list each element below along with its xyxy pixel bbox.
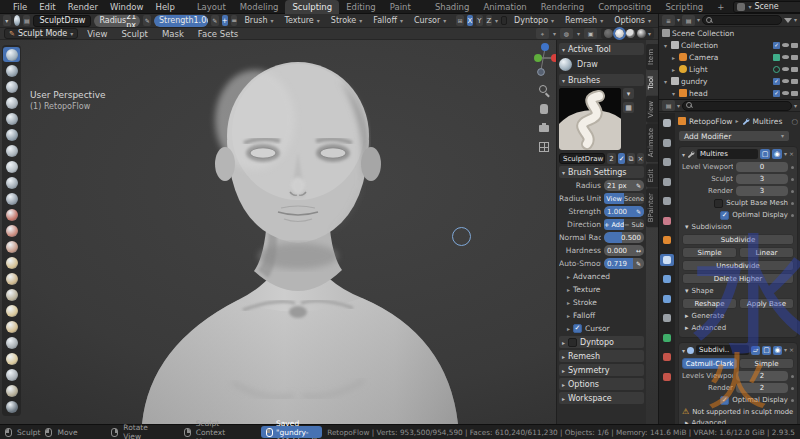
axis-gizmo[interactable] [531, 42, 559, 78]
mirror-y-toggle[interactable]: Y [476, 15, 482, 26]
sculpt-brush-button[interactable] [3, 383, 20, 398]
subdivide-button[interactable]: Subdivide [682, 234, 794, 245]
radius-unit-toggle[interactable]: ViewScene [604, 193, 644, 204]
outliner-row-head[interactable]: ▾ head ✓ [659, 87, 800, 99]
tab-particles-icon[interactable] [660, 273, 674, 285]
collection-checkbox[interactable]: ✓ [773, 42, 780, 49]
zoom-icon[interactable] [538, 84, 550, 96]
brush-preview-icon[interactable] [14, 15, 20, 26]
level-viewport-slider[interactable]: 0 [736, 162, 788, 172]
sculpt-brush-button[interactable] [3, 223, 20, 238]
extras-dropdown-icon[interactable]: ▾ [784, 151, 787, 157]
generate-section[interactable]: ▸Generate [682, 311, 794, 321]
hide-eye-icon[interactable] [782, 43, 789, 47]
brushes-panel-header[interactable]: ▾Brushes [559, 74, 644, 86]
strength-slider[interactable]: 1.000✎ [604, 206, 644, 217]
sculpt-brush-button[interactable] [3, 319, 20, 334]
strength-pressure-icon[interactable]: ✎ [211, 15, 219, 26]
render-camera-icon[interactable] [791, 67, 798, 72]
brush-menu[interactable]: Brush▾ [240, 15, 277, 26]
tab-render-icon[interactable] [660, 137, 674, 149]
unsubdivide-button[interactable]: Unsubdivide [682, 260, 794, 271]
subdivide-linear-button[interactable]: Linear [739, 247, 794, 258]
add-modifier-button[interactable]: Add Modifier▾ [678, 130, 790, 142]
editor-type-icon[interactable]: ▤ [662, 100, 675, 111]
edit-mode-toggle-icon[interactable]: ▱ [751, 346, 760, 355]
add-workspace-button[interactable]: + [710, 0, 731, 14]
face-sets-menu[interactable]: Face Sets [193, 28, 243, 40]
sculpt-brush-button[interactable] [3, 335, 20, 350]
expand-icon[interactable]: ▾ [682, 347, 685, 354]
stroke-menu[interactable]: Stroke▾ [327, 15, 367, 26]
dyntopo-menu[interactable]: Dyntopo▾ [510, 15, 558, 26]
dyntopo-checkbox[interactable] [501, 16, 507, 25]
properties-search-input[interactable] [682, 101, 792, 111]
workspace-panel-header[interactable]: ▸Workspace [559, 392, 644, 404]
brush-user-count[interactable]: 2 [607, 153, 616, 164]
realtime-display-toggle-icon[interactable]: ▢ [760, 149, 770, 159]
mirror-z-toggle[interactable]: Z [486, 15, 492, 26]
workspace-tab-modeling[interactable]: Modeling [233, 0, 286, 14]
dyntopo-panel-header[interactable]: ▸Dyntopo [559, 336, 644, 348]
menu-render[interactable]: Render [63, 1, 103, 13]
sculpt-brush-button[interactable] [3, 351, 20, 366]
simple-button[interactable]: Simple [739, 358, 794, 369]
menu-help[interactable]: Help [150, 1, 179, 13]
sculpt-brush-button[interactable] [3, 207, 20, 222]
render-camera-icon[interactable] [791, 91, 798, 96]
saved-notification[interactable]: Saved "gundry-001.blend" [261, 426, 322, 438]
xray-toggle-icon[interactable]: ▣ [584, 28, 597, 39]
chevron-down-icon[interactable]: ▾ [623, 88, 634, 99]
menu-file[interactable]: File [8, 1, 32, 13]
sidebar-tab-bpainter[interactable]: BPainter [646, 188, 658, 227]
collection-checkbox[interactable]: ✓ [773, 78, 780, 85]
tab-constraints-icon[interactable] [660, 312, 674, 324]
workspace-tab-shading[interactable]: Shading [428, 0, 477, 14]
render-camera-icon[interactable] [791, 79, 798, 84]
brush-name-field[interactable]: SculptDraw [33, 15, 91, 27]
camera-view-icon[interactable] [538, 122, 550, 134]
chevron-down-icon[interactable]: ▾ [794, 103, 797, 109]
tool-dropdown-icon[interactable]: ▾ [3, 15, 11, 26]
sidebar-tab-tool[interactable]: Tool [646, 71, 658, 95]
breadcrumb-modifier[interactable]: Multires [753, 117, 783, 126]
brush-preview-image[interactable] [559, 88, 621, 150]
solid-shading-icon[interactable] [615, 29, 624, 38]
sculpt-brush-button[interactable] [3, 79, 20, 94]
mode-selector[interactable]: ✎ Sculpt Mode ▾ [4, 28, 78, 39]
sidebar-tab-item[interactable]: Item [646, 44, 658, 70]
pin-icon[interactable]: ○ [791, 117, 798, 126]
chevron-down-icon[interactable]: ▾ [794, 17, 797, 23]
tab-physics-icon[interactable] [660, 293, 674, 305]
brush-name-field[interactable]: SculptDraw [559, 153, 605, 164]
render-level-slider[interactable]: 3 [736, 186, 788, 196]
filter-funnel-icon[interactable] [784, 18, 792, 23]
outliner-row-camera[interactable]: ▸ Camera [659, 51, 800, 63]
sculpt-brush-button[interactable] [3, 159, 20, 174]
workspace-tab-sculpting[interactable]: Sculpting [285, 0, 339, 14]
sculpt-brush-button[interactable] [3, 271, 20, 286]
new-brush-icon[interactable]: ▤ [23, 15, 31, 26]
sculpt-base-mesh-checkbox[interactable] [714, 199, 723, 208]
texture-menu[interactable]: Texture▾ [280, 15, 323, 26]
mirror-x-toggle[interactable]: X [467, 15, 473, 26]
falloff-section[interactable]: ▸Falloff [559, 310, 644, 321]
tab-scene-icon[interactable] [660, 195, 674, 207]
material-shading-icon[interactable] [626, 29, 635, 38]
display-mode-icon[interactable]: ≡ [662, 15, 675, 26]
outliner-row-light[interactable]: ▸ Light [659, 63, 800, 75]
expand-icon[interactable]: ▾ [682, 151, 685, 158]
active-tool-panel-header[interactable]: ▾Active Tool [559, 43, 644, 55]
levels-viewport-slider[interactable]: 2 [736, 371, 788, 381]
sculpt-brush-button[interactable] [3, 175, 20, 190]
optimal-display-checkbox[interactable]: ✓ [720, 211, 729, 220]
render-camera-icon[interactable] [791, 43, 798, 48]
falloff-menu[interactable]: Falloff▾ [369, 15, 407, 26]
shape-section[interactable]: ▾Shape [682, 286, 794, 296]
render-levels-slider[interactable]: 2 [736, 383, 788, 393]
sculpt-brush-button[interactable] [3, 367, 20, 382]
autosmooth-slider[interactable]: 0.719✎ [604, 258, 644, 269]
chevron-down-icon[interactable]: ▾ [648, 31, 651, 37]
remesh-menu[interactable]: Remesh▾ [561, 15, 607, 26]
sculpt-brush-button[interactable] [3, 255, 20, 270]
